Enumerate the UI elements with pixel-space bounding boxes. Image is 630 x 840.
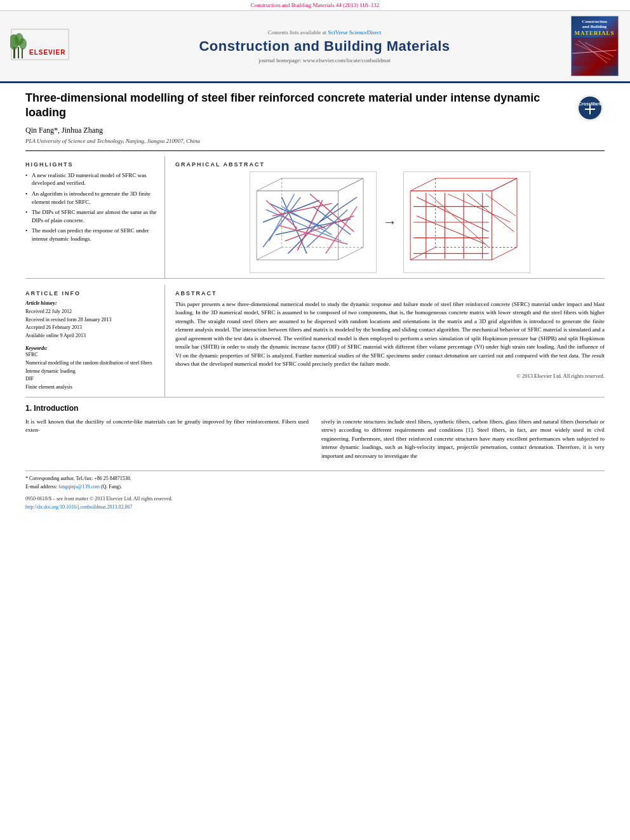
- highlights-list: A new realistic 3D numerical model of SF…: [25, 171, 157, 243]
- journal-cover-area: Construction and Building MATERIALS: [569, 16, 620, 76]
- crossmark-badge[interactable]: CrossMark: [576, 94, 605, 123]
- journal-cover-image: Construction and Building MATERIALS: [571, 16, 619, 76]
- elsevier-logo-svg: ELSEVIER: [10, 28, 74, 63]
- keywords-list: SFRC Numerical modelling of the random d…: [25, 351, 157, 392]
- journal-citation-bar: Construction and Building Materials 44 (…: [0, 0, 630, 11]
- journal-header: ELSEVIER Contents lists available at Sci…: [0, 11, 630, 83]
- svg-rect-4: [18, 47, 19, 58]
- info-abstract-section: ARTICLE INFO Article history: Received 2…: [25, 285, 605, 397]
- highlights-column: HIGHLIGHTS A new realistic 3D numerical …: [25, 156, 165, 278]
- intro-left-text: It is well known that the ductility of c…: [25, 418, 309, 435]
- received-date: Received 22 July 2012: [25, 308, 157, 316]
- introduction-section: 1. Introduction It is well known that th…: [25, 404, 605, 461]
- svg-line-58: [417, 216, 486, 244]
- highlights-graphical-section: HIGHLIGHTS A new realistic 3D numerical …: [25, 156, 605, 279]
- doi-link[interactable]: http://dx.doi.org/10.1016/j.conbuildmat.…: [25, 504, 133, 510]
- abstract-text: This paper presents a new three-dimensio…: [175, 300, 605, 369]
- svg-line-57: [417, 197, 489, 231]
- svg-text:ELSEVIER: ELSEVIER: [29, 49, 65, 56]
- article-content: Three-dimensional modelling of steel fib…: [0, 83, 630, 519]
- highlight-item-4: The model can predict the response of SF…: [25, 227, 157, 243]
- cover-art-svg: [572, 37, 617, 66]
- article-title-section: Three-dimensional modelling of steel fib…: [25, 91, 605, 151]
- svg-marker-44: [410, 178, 517, 191]
- cover-materials-label: MATERIALS: [575, 30, 615, 36]
- fiber-image-right: [403, 171, 530, 273]
- sciverse-line: Contents lists available at SciVerse Sci…: [86, 29, 563, 36]
- article-dates: Received 22 July 2012 Received in revise…: [25, 308, 157, 340]
- available-date: Available online 9 April 2013: [25, 332, 157, 340]
- svg-rect-5: [22, 48, 23, 58]
- article-history-label: Article history:: [25, 300, 157, 306]
- keywords-section: Keywords: SFRC Numerical modelling of th…: [25, 345, 157, 392]
- cover-title-line2: and Building: [582, 24, 607, 29]
- keyword-5: Finite element analysis: [25, 383, 157, 392]
- cover-title-line1: Construction: [582, 19, 607, 24]
- sciverse-link[interactable]: SciVerse ScienceDirect: [328, 29, 381, 36]
- article-title-text-area: Three-dimensional modelling of steel fib…: [25, 91, 570, 144]
- fiber-image-left: [250, 171, 377, 273]
- arrow-icon: →: [383, 214, 397, 230]
- journal-title: Construction and Building Materials: [86, 38, 563, 55]
- copyright-notice: © 2013 Elsevier Ltd. All rights reserved…: [175, 373, 605, 379]
- issn-line: 0950-0618/$ – see front matter © 2013 El…: [25, 495, 605, 512]
- crossmark-svg: CrossMark: [576, 94, 605, 123]
- corresponding-author: * Corresponding author. Tel./fax: +86 25…: [25, 475, 605, 483]
- journal-title-area: Contents lists available at SciVerse Sci…: [80, 29, 569, 63]
- svg-marker-19: [257, 178, 363, 191]
- authors: Qin Fang*, Jinhua Zhang: [25, 126, 570, 135]
- intro-section-title: 1. Introduction: [25, 404, 605, 413]
- highlight-item-1: A new realistic 3D numerical model of SF…: [25, 171, 157, 187]
- intro-left-col: It is well known that the ductility of c…: [25, 418, 309, 461]
- graphical-abstract-label: GRAPHICAL ABSTRACT: [175, 161, 605, 168]
- svg-line-59: [429, 194, 489, 247]
- article-info-column: ARTICLE INFO Article history: Received 2…: [25, 285, 165, 397]
- fiber-svg-left: [250, 172, 376, 272]
- accepted-date: Accepted 26 February 2013: [25, 324, 157, 332]
- article-info-label: ARTICLE INFO: [25, 290, 157, 297]
- intro-right-col: sively in concrete structures include st…: [321, 418, 605, 461]
- svg-marker-43: [410, 190, 492, 260]
- svg-line-21: [257, 247, 282, 260]
- svg-line-61: [467, 194, 514, 231]
- footer-notes: * Corresponding author. Tel./fax: +86 25…: [25, 470, 605, 511]
- highlight-item-3: The DIPs of SFRC material are almost the…: [25, 208, 157, 224]
- svg-point-3: [19, 38, 27, 50]
- email-label: E-mail address:: [25, 484, 57, 490]
- keyword-4: DIF: [25, 375, 157, 383]
- issn-text: 0950-0618/$ – see front matter © 2013 El…: [25, 495, 605, 503]
- journal-homepage: journal homepage: www.elsevier.com/locat…: [86, 57, 563, 63]
- abstract-column: ABSTRACT This paper presents a new three…: [165, 285, 605, 397]
- intro-right-text: sively in concrete structures include st…: [321, 418, 605, 461]
- elsevier-logo-area: ELSEVIER: [10, 28, 80, 64]
- graphical-images: →: [175, 171, 605, 273]
- affiliation: PLA University of Science and Technology…: [25, 138, 570, 144]
- highlight-item-2: An algorithm is introduced to generate t…: [25, 190, 157, 206]
- introduction-columns: It is well known that the ductility of c…: [25, 418, 605, 461]
- svg-line-60: [448, 194, 511, 222]
- abstract-label: ABSTRACT: [175, 290, 605, 297]
- highlights-label: HIGHLIGHTS: [25, 161, 157, 168]
- keywords-label: Keywords:: [25, 345, 157, 351]
- revised-date: Received in revised form 28 January 2013: [25, 316, 157, 324]
- email-suffix: (Q. Fang).: [101, 484, 122, 490]
- email-line: E-mail address: fangqinjs@139.com (Q. Fa…: [25, 483, 605, 491]
- email-link[interactable]: fangqinjs@139.com: [58, 484, 100, 490]
- graphical-abstract-column: GRAPHICAL ABSTRACT: [165, 156, 605, 278]
- keyword-2: Numerical modelling of the random distri…: [25, 359, 157, 368]
- keyword-3: Intense dynamic loading: [25, 368, 157, 376]
- article-title: Three-dimensional modelling of steel fib…: [25, 91, 570, 121]
- keyword-1: SFRC: [25, 351, 157, 359]
- fiber-svg-right: [404, 172, 530, 272]
- citation-text: Construction and Building Materials 44 (…: [251, 2, 380, 8]
